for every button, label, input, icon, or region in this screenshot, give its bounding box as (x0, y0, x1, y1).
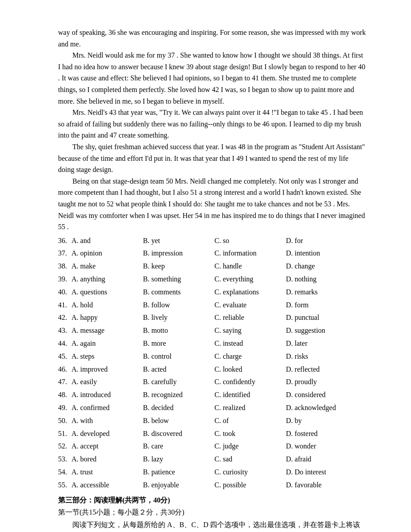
choice-line-41: 41.A. holdB. followC. evaluateD. form (58, 299, 366, 312)
choice-43-b: B. motto (143, 324, 214, 337)
choice-num-37: 37. (58, 247, 71, 260)
choice-54-b: B. patience (143, 466, 214, 479)
choice-num-51: 51. (58, 427, 71, 440)
choice-50-d: D. by (286, 415, 357, 427)
section3-sub: 第一节(共15小题；每小题２分，共30分) (58, 507, 366, 518)
choice-50-c: C. of (214, 415, 286, 427)
choice-53-c: C. sad (214, 453, 286, 466)
paragraph-4: The shy, quiet freshman achieved success… (58, 141, 366, 176)
choice-line-40: 40.A. questionsB. commentsC. explanation… (58, 286, 366, 299)
choice-55-b: B. enjoyable (143, 479, 214, 492)
choice-49-c: C. realized (214, 402, 286, 415)
paragraph-3: Mrs. Neidl's 43 that year was, "Try it. … (58, 107, 366, 141)
choice-54-d: D. Do interest (286, 466, 357, 479)
choice-45-c: C. charge (214, 350, 286, 363)
choice-43-d: D. suggestion (286, 324, 357, 337)
choice-41-b: B. follow (143, 299, 214, 312)
choice-49-d: D. acknowledged (286, 402, 357, 415)
choice-line-51: 51.A. developedB. discoveredC. tookD. fo… (58, 427, 366, 440)
choice-line-52: 52.A. acceptB. careC. judgeD. wonder (58, 440, 366, 453)
choice-line-42: 42.A. happyB. livelyC. reliableD. punctu… (58, 311, 366, 324)
choice-51-c: C. took (214, 427, 286, 440)
choice-46-b: B. acted (143, 363, 214, 376)
choice-52-c: C. judge (214, 440, 286, 453)
choice-44-d: D. later (286, 337, 357, 350)
choice-42-b: B. lively (143, 311, 214, 324)
choice-37-d: D. intention (286, 247, 357, 260)
choice-num-43: 43. (58, 324, 71, 337)
choice-38-a: A. make (71, 260, 143, 273)
choice-line-53: 53.A. boredB. lazyC. sadD. afraid (58, 453, 366, 466)
choice-53-b: B. lazy (143, 453, 214, 466)
choice-42-a: A. happy (71, 311, 143, 324)
choice-39-a: A. anything (71, 273, 143, 286)
paragraph-1: way of speaking, 36 she was encouraging … (58, 27, 366, 50)
choice-39-d: D. nothing (286, 273, 357, 286)
choice-55-a: A. accessible (71, 479, 143, 492)
choice-51-d: D. fostered (286, 427, 357, 440)
choice-num-45: 45. (58, 350, 71, 363)
choice-37-a: A. opinion (71, 247, 143, 260)
choice-49-a: A. confirmed (71, 402, 143, 415)
choices-section: 36.A. andB. yetC. soD. for37.A. opinionB… (58, 235, 366, 492)
choice-41-d: D. form (286, 299, 357, 312)
choice-49-b: B. decided (143, 402, 214, 415)
choice-51-b: B. discovered (143, 427, 214, 440)
choice-47-b: B. carefully (143, 376, 214, 389)
choice-37-b: B. impression (143, 247, 214, 260)
page: way of speaking, 36 she was encouraging … (0, 0, 411, 532)
choice-44-a: A. again (71, 337, 143, 350)
paragraph-2: Mrs. Neidl would ask me for my 37 . She … (58, 50, 366, 107)
choice-46-c: C. looked (214, 363, 286, 376)
choice-line-38: 38.A. makeB. keepC. handleD. change (58, 260, 366, 273)
section3-header: 第三部分：阅读理解(共两节，40分) (58, 494, 366, 506)
choice-45-b: B. control (143, 350, 214, 363)
choice-38-b: B. keep (143, 260, 214, 273)
choice-num-39: 39. (58, 273, 71, 286)
choice-50-b: B. below (143, 415, 214, 427)
choice-line-50: 50.A. withB. belowC. ofD. by (58, 415, 366, 427)
choice-48-b: B. recognized (143, 389, 214, 402)
choice-52-d: D. wonder (286, 440, 357, 453)
choice-num-50: 50. (58, 415, 71, 427)
choice-41-c: C. evaluate (214, 299, 286, 312)
choice-47-a: A. easily (71, 376, 143, 389)
choice-line-44: 44.A. againB. moreC. insteadD. later (58, 337, 366, 350)
choice-52-a: A. accept (71, 440, 143, 453)
choice-line-39: 39.A. anythingB. somethingC. everythingD… (58, 273, 366, 286)
choice-47-d: D. proudly (286, 376, 357, 389)
choice-46-a: A. improved (71, 363, 143, 376)
choice-40-d: D. remarks (286, 286, 357, 299)
choice-line-54: 54.A. trustB. patienceC. curiosityD. Do … (58, 466, 366, 479)
choice-45-d: D. risks (286, 350, 357, 363)
choice-44-c: C. instead (214, 337, 286, 350)
choice-42-c: C. reliable (214, 311, 286, 324)
choice-num-46: 46. (58, 363, 71, 376)
choice-54-c: C. curiosity (214, 466, 286, 479)
choice-38-c: C. handle (214, 260, 286, 273)
choice-43-a: A. message (71, 324, 143, 337)
choice-40-a: A. questions (71, 286, 143, 299)
choice-47-c: C. confidently (214, 376, 286, 389)
choice-55-d: D. favorable (286, 479, 357, 492)
choice-36-b: B. yet (143, 235, 214, 247)
choice-num-54: 54. (58, 466, 71, 479)
choice-num-42: 42. (58, 311, 71, 324)
choice-44-b: B. more (143, 337, 214, 350)
choice-line-55: 55.A. accessibleB. enjoyableC. possibleD… (58, 479, 366, 492)
choice-45-a: A. steps (71, 350, 143, 363)
choice-51-a: A. developed (71, 427, 143, 440)
choice-38-d: D. change (286, 260, 357, 273)
choice-num-38: 38. (58, 260, 71, 273)
choice-line-47: 47.A. easilyB. carefullyC. confidentlyD.… (58, 376, 366, 389)
choice-num-52: 52. (58, 440, 71, 453)
choice-43-c: C. saying (214, 324, 286, 337)
choice-48-d: D. considered (286, 389, 357, 402)
choice-55-c: C. possible (214, 479, 286, 492)
choice-54-a: A. trust (71, 466, 143, 479)
choice-42-d: D. punctual (286, 311, 357, 324)
choice-53-d: D. afraid (286, 453, 357, 466)
choice-line-43: 43.A. messageB. mottoC. sayingD. suggest… (58, 324, 366, 337)
choice-num-40: 40. (58, 286, 71, 299)
choice-36-c: C. so (214, 235, 286, 247)
